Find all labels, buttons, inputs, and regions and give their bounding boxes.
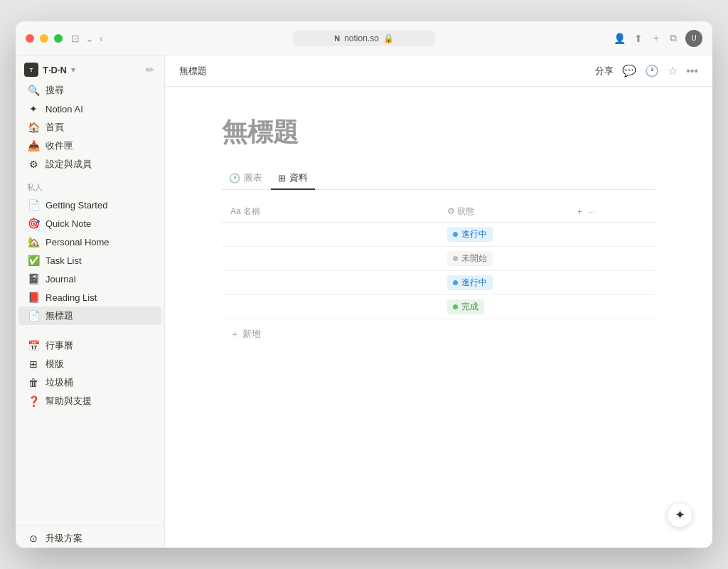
main-layout: T T·D·N ▾ ✏ 🔍 搜尋 ✦ Notion AI — [16, 55, 712, 548]
sidebar-toggle-icon[interactable]: ⊡ — [71, 33, 80, 44]
fab-icon: ✦ — [675, 507, 685, 523]
fab-button[interactable]: ✦ — [667, 502, 692, 528]
sidebar-item-settings[interactable]: ⚙ 設定與成員 — [18, 155, 161, 174]
more-icon[interactable]: ••• — [686, 65, 698, 78]
cell-add-0 — [569, 223, 655, 247]
cell-add-1 — [569, 247, 655, 271]
sidebar-bottom: ⊙ 升級方案 — [16, 526, 164, 548]
titlebar-right: 👤 ⬆ ＋ ⧉ U — [614, 30, 702, 47]
trash-icon: 🗑 — [27, 376, 40, 389]
cell-status-3[interactable]: 完成 — [439, 295, 569, 319]
cell-status-2[interactable]: 進行中 — [439, 271, 569, 295]
content-body: 無標題 🕐 圖表 ⊞ 資料 — [165, 87, 712, 548]
template-icon: ⊞ — [27, 358, 40, 371]
sidebar-item-home[interactable]: 🏠 首頁 — [18, 118, 161, 137]
cell-name-2[interactable] — [222, 271, 439, 295]
add-tab-icon[interactable]: ＋ — [651, 32, 661, 45]
back-icon[interactable]: ‹ — [100, 33, 103, 44]
cell-add-3 — [569, 295, 655, 319]
check-icon: ✅ — [27, 254, 40, 267]
history-icon[interactable]: 🕐 — [645, 64, 659, 78]
view-tabs: 🕐 圖表 ⊞ 資料 — [222, 167, 655, 190]
notion-favicon-icon: N — [334, 34, 340, 43]
status-dot — [453, 232, 458, 237]
workspace-label[interactable]: T T·D·N ▾ — [24, 63, 75, 77]
breadcrumb: 無標題 — [179, 65, 207, 78]
page-icon: 📄 — [27, 309, 40, 322]
table-row: 進行中 — [222, 223, 655, 247]
workspace-icon-text: T — [30, 67, 33, 73]
cell-status-0[interactable]: 進行中 — [439, 223, 569, 247]
sidebar-item-search[interactable]: 🔍 搜尋 — [18, 81, 161, 100]
content-header-actions: 分享 💬 🕐 ☆ ••• — [595, 64, 698, 78]
url-bar[interactable]: N notion.so 🔒 — [293, 31, 435, 46]
sidebar: T T·D·N ▾ ✏ 🔍 搜尋 ✦ Notion AI — [16, 55, 165, 548]
sidebar-item-notion-ai[interactable]: ✦ Notion AI — [18, 100, 161, 118]
person-icon[interactable]: 👤 — [614, 33, 626, 44]
titlebar-controls: ⊡ ⌄ ‹ — [71, 33, 103, 44]
cell-status-1[interactable]: 未開始 — [439, 247, 569, 271]
titlebar: ⊡ ⌄ ‹ N notion.so 🔒 👤 ⬆ ＋ ⧉ U — [16, 21, 712, 55]
home-icon: 🏠 — [27, 121, 40, 134]
inbox-icon: 📥 — [27, 139, 40, 152]
close-button[interactable] — [26, 34, 34, 43]
tab-timeline[interactable]: 🕐 圖表 — [222, 167, 269, 190]
sidebar-item-task-list[interactable]: ✅ Task List — [18, 251, 161, 270]
search-icon: 🔍 — [27, 84, 40, 97]
sidebar-item-untitled[interactable]: 📄 無標題 — [18, 307, 161, 325]
add-col-icon[interactable]: + — [577, 207, 582, 217]
sidebar-item-trash[interactable]: 🗑 垃圾桶 — [18, 373, 161, 392]
sidebar-item-personal-home[interactable]: 🏡 Personal Home — [18, 233, 161, 251]
sidebar-item-inbox[interactable]: 📥 收件匣 — [18, 137, 161, 155]
calendar-icon: 📅 — [27, 339, 40, 352]
cell-name-1[interactable] — [222, 247, 439, 271]
col-header-add[interactable]: + ··· — [569, 201, 655, 223]
edit-icon[interactable]: ✏ — [144, 63, 156, 77]
minimize-button[interactable] — [40, 34, 48, 43]
star-icon[interactable]: ☆ — [668, 64, 678, 78]
sparkle-icon: ✦ — [27, 102, 40, 115]
windows-icon[interactable]: ⧉ — [670, 32, 677, 44]
sidebar-header: T T·D·N ▾ ✏ — [16, 55, 164, 81]
status-badge-in-progress: 進行中 — [447, 227, 493, 242]
sidebar-header-actions: ✏ — [144, 63, 156, 77]
chevron-down-icon[interactable]: ⌄ — [85, 33, 94, 44]
user-avatar[interactable]: U — [685, 30, 702, 47]
col-header-name: Aa 名稱 — [222, 201, 439, 223]
sidebar-item-reading-list[interactable]: 📕 Reading List — [18, 288, 161, 307]
target-icon: 🎯 — [27, 217, 40, 230]
url-text: notion.so — [344, 33, 379, 43]
document-icon: 📄 — [27, 198, 40, 211]
add-row-button[interactable]: ＋ 新增 — [222, 322, 655, 346]
notebook-icon: 📓 — [27, 272, 40, 285]
url-bar-container: N notion.so 🔒 — [293, 31, 435, 46]
cell-name-3[interactable] — [222, 295, 439, 319]
sidebar-item-help[interactable]: ❓ 幫助與支援 — [18, 392, 161, 410]
maximize-button[interactable] — [54, 34, 63, 43]
sidebar-item-quick-note[interactable]: 🎯 Quick Note — [18, 214, 161, 233]
share-button[interactable]: 分享 — [595, 65, 614, 78]
tab-data[interactable]: ⊞ 資料 — [271, 167, 315, 190]
sidebar-item-getting-started[interactable]: 📄 Getting Started — [18, 196, 161, 214]
status-badge-in-progress-2: 進行中 — [447, 275, 493, 290]
cell-add-2 — [569, 271, 655, 295]
comment-icon[interactable]: 💬 — [622, 64, 636, 78]
lock-icon: 🔒 — [383, 33, 394, 43]
sidebar-item-calendar[interactable]: 📅 行事曆 — [18, 336, 161, 355]
chevron-down-icon: ▾ — [71, 65, 75, 75]
sidebar-item-upgrade[interactable]: ⊙ 升級方案 — [18, 529, 161, 548]
share-icon[interactable]: ⬆ — [634, 33, 643, 44]
sidebar-item-templates[interactable]: ⊞ 模版 — [18, 355, 161, 373]
page-title: 無標題 — [222, 115, 655, 150]
status-badge-done: 完成 — [447, 299, 484, 314]
grid-icon: ⊞ — [278, 173, 286, 184]
status-dot — [453, 280, 458, 285]
col-actions: + ··· — [577, 207, 647, 217]
more-cols-icon[interactable]: ··· — [588, 207, 595, 217]
help-icon: ❓ — [27, 395, 40, 408]
cell-name-0[interactable] — [222, 223, 439, 247]
table-row: 完成 — [222, 295, 655, 319]
content-header: 無標題 分享 💬 🕐 ☆ ••• — [165, 55, 712, 87]
sidebar-item-journal[interactable]: 📓 Journal — [18, 270, 161, 288]
house-icon: 🏡 — [27, 235, 40, 248]
